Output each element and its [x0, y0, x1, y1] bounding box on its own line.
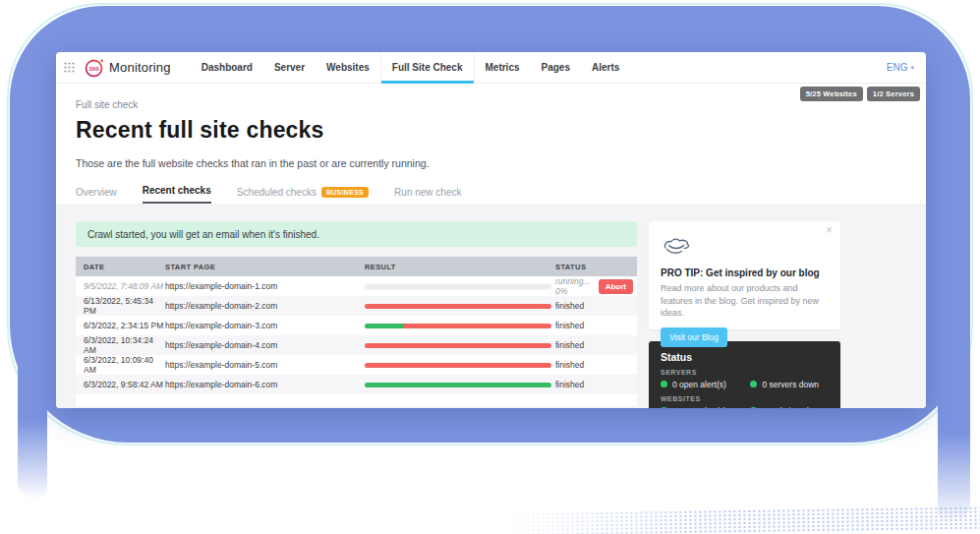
- green-dot-icon: [750, 407, 757, 408]
- progress-segment-red: [365, 363, 551, 368]
- status-panel: Status SERVERS0 open alert(s)0 servers d…: [649, 341, 840, 408]
- check-date: 6/13/2022, 5:45:34 PM: [84, 296, 165, 316]
- column-header-date: DATE: [84, 263, 165, 271]
- check-date: 6/3/2022, 9:58:42 AM: [84, 380, 165, 389]
- table-row: 6/3/2022, 10:34:24 AMhttps://example-dom…: [76, 335, 637, 355]
- background-speckles: [506, 506, 980, 534]
- check-start-page: https://example-domain-4.com: [165, 340, 365, 350]
- brand-logo-icon[interactable]: 360: [84, 57, 105, 79]
- page-title: Recent full site checks: [76, 117, 906, 144]
- progress-bar: [365, 383, 551, 387]
- status-item: 0 servers down: [750, 379, 829, 389]
- check-status-cell: finished: [555, 321, 637, 330]
- check-result-cell: [365, 343, 555, 348]
- section-tabs: OverviewRecent checksScheduled checksBUS…: [76, 185, 906, 204]
- language-selector[interactable]: ENG ▾: [887, 52, 914, 83]
- nav-item-full-site-check[interactable]: Full Site Check: [380, 52, 475, 83]
- content-area: Crawl started, you will get an email whe…: [56, 204, 926, 408]
- nav-item-server[interactable]: Server: [263, 52, 316, 83]
- tab-run-new-check[interactable]: Run new check: [394, 187, 461, 204]
- progress-bar: [365, 304, 551, 309]
- nav-item-alerts[interactable]: Alerts: [581, 52, 630, 83]
- check-date: 6/3/2022, 10:34:24 AM: [84, 335, 165, 355]
- top-navbar: 360 Monitoring DashboardServerWebsitesFu…: [56, 52, 926, 84]
- abort-button[interactable]: Abort: [599, 279, 633, 294]
- table-row: 9/5/2022, 7:48:09 AMhttps://example-doma…: [76, 276, 637, 296]
- status-text: finished: [555, 321, 584, 330]
- status-section-label-servers: SERVERS: [661, 369, 829, 376]
- check-result-cell: [365, 383, 555, 387]
- apps-grid-icon[interactable]: [64, 62, 75, 73]
- check-start-page: https://example-domain-2.com: [165, 301, 365, 311]
- marketing-canvas: 360 Monitoring DashboardServerWebsitesFu…: [0, 0, 980, 534]
- check-start-page: https://example-domain-3.com: [165, 321, 365, 330]
- tab-label: Recent checks: [143, 185, 211, 196]
- status-item-text: 0 open alert(s): [672, 406, 726, 409]
- progress-bar: [365, 363, 551, 368]
- success-banner: Crawl started, you will get an email whe…: [76, 221, 637, 247]
- nav-item-websites[interactable]: Websites: [316, 52, 380, 83]
- nav-item-metrics[interactable]: Metrics: [475, 52, 531, 83]
- success-banner-text: Crawl started, you will get an email whe…: [87, 229, 319, 240]
- progress-bar: [365, 343, 551, 348]
- progress-bar: [365, 324, 551, 328]
- background-blob-edge-right: [938, 325, 970, 523]
- checks-table: DATESTART PAGERESULTSTATUS 9/5/2022, 7:4…: [76, 257, 637, 406]
- column-header-status: STATUS: [555, 263, 637, 271]
- tab-scheduled-checks[interactable]: Scheduled checksBUSINESS: [237, 187, 369, 204]
- progress-segment-red: [365, 343, 551, 348]
- progress-bar: [365, 284, 551, 289]
- main-column: Crawl started, you will get an email whe…: [76, 221, 637, 408]
- tab-label: Overview: [76, 187, 117, 198]
- status-items-row: 0 open alert(s)0 websites down: [661, 405, 829, 408]
- background-blob-edge-left: [18, 325, 47, 500]
- nav-item-dashboard[interactable]: Dashboard: [191, 52, 263, 83]
- status-text: finished: [555, 380, 584, 389]
- right-column: × PRO TIP: Get inspired by our blog Read…: [649, 221, 840, 408]
- pro-tip-card: × PRO TIP: Get inspired by our blog Read…: [649, 221, 840, 329]
- close-icon[interactable]: ×: [826, 223, 833, 237]
- check-date: 9/5/2022, 7:48:09 AM: [84, 281, 165, 291]
- column-header-result: RESULT: [365, 263, 555, 271]
- visit-blog-button[interactable]: Visit our Blog: [661, 327, 727, 347]
- check-date: 6/3/2022, 10:09:40 AM: [84, 355, 165, 375]
- tab-overview[interactable]: Overview: [76, 187, 117, 204]
- green-dot-icon: [661, 407, 667, 408]
- handshake-doodle-icon: [661, 233, 692, 259]
- table-footer: [76, 394, 637, 406]
- status-items-row: 0 open alert(s)0 servers down: [661, 379, 829, 389]
- status-item: 0 open alert(s): [661, 405, 750, 408]
- app-window: 360 Monitoring DashboardServerWebsitesFu…: [56, 52, 926, 408]
- status-item-text: 0 websites down: [762, 406, 824, 409]
- status-item: 0 open alert(s): [661, 379, 750, 389]
- check-status-cell: finished: [555, 340, 637, 350]
- column-header-start-page: START PAGE: [165, 263, 365, 271]
- usage-badge-1-2-servers: 1/2 Servers: [867, 87, 920, 101]
- tab-recent-checks[interactable]: Recent checks: [143, 185, 211, 204]
- nav-item-pages[interactable]: Pages: [531, 52, 581, 83]
- check-status-cell: finished: [555, 360, 637, 370]
- usage-badges: 5/25 Websites1/2 Servers: [800, 87, 920, 101]
- table-row: 6/3/2022, 2:34:15 PMhttps://example-doma…: [76, 316, 637, 335]
- table-row: 6/3/2022, 9:58:42 AMhttps://example-doma…: [76, 375, 637, 394]
- check-status-cell: running... 0%Abort: [555, 276, 637, 296]
- pro-tip-title: PRO TIP: Get inspired by our blog: [661, 267, 829, 278]
- chevron-down-icon: ▾: [910, 64, 914, 72]
- tab-label: Scheduled checks: [237, 187, 317, 198]
- check-status-cell: finished: [555, 301, 637, 311]
- svg-text:360: 360: [88, 64, 99, 71]
- status-section-label-websites: WEBSITES: [661, 395, 829, 402]
- progress-segment-red: [365, 304, 551, 309]
- status-panel-title: Status: [661, 351, 829, 363]
- brand-name[interactable]: Monitoring: [109, 60, 171, 75]
- status-text: finished: [555, 340, 584, 350]
- status-item-text: 0 open alert(s): [672, 380, 726, 389]
- table-body: 9/5/2022, 7:48:09 AMhttps://example-doma…: [76, 276, 637, 394]
- check-date: 6/3/2022, 2:34:15 PM: [84, 321, 165, 330]
- progress-segment-green: [365, 324, 404, 328]
- check-start-page: https://example-domain-6.com: [165, 380, 365, 389]
- status-text: finished: [555, 360, 584, 370]
- table-header-row: DATESTART PAGERESULTSTATUS: [76, 257, 637, 276]
- progress-segment-red: [404, 324, 551, 328]
- page-description: Those are the full website checks that r…: [76, 157, 906, 169]
